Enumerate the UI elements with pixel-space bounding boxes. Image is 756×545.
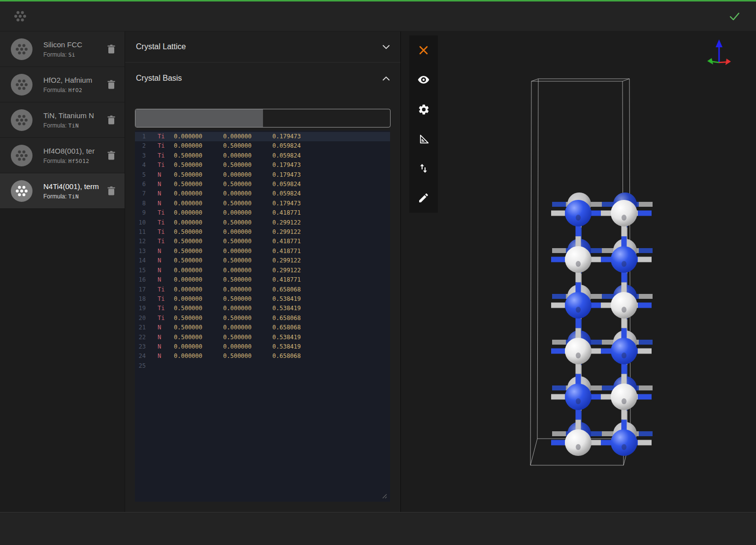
close-icon bbox=[418, 44, 429, 56]
coord-x: 0.000000 bbox=[174, 141, 223, 151]
line-number: 11 bbox=[135, 227, 146, 237]
element-symbol: Ti bbox=[158, 141, 174, 151]
editor-line[interactable]: 22 N 0.500000 0.500000 0.538419 bbox=[135, 333, 390, 342]
delete-material-button[interactable] bbox=[105, 42, 118, 56]
editor-line[interactable]: 24 N 0.000000 0.500000 0.658068 bbox=[135, 352, 390, 361]
basis-coordinates-editor[interactable]: 1 Ti 0.000000 0.000000 0.179473 2 Ti 0.0… bbox=[135, 130, 390, 502]
units-tab[interactable] bbox=[135, 109, 263, 127]
trash-icon bbox=[107, 44, 116, 54]
coord-z: 0.538419 bbox=[272, 342, 322, 352]
editor-line[interactable]: 25 bbox=[135, 361, 390, 371]
material-list-item[interactable]: TiN, Titanium N Formula: TiN bbox=[0, 102, 125, 138]
import-export-button[interactable] bbox=[414, 159, 433, 178]
editor-line[interactable]: 3 Ti 0.500000 0.000000 0.059824 bbox=[135, 151, 390, 160]
editor-line[interactable]: 2 Ti 0.000000 0.500000 0.059824 bbox=[135, 141, 390, 151]
material-list-item[interactable]: Silicon FCC Formula: Si bbox=[0, 32, 125, 67]
material-list-item[interactable]: N4Ti4(001), term Formula: TiN bbox=[0, 173, 125, 209]
coord-z bbox=[272, 361, 322, 371]
coord-y: 0.500000 bbox=[223, 180, 272, 189]
editor-line[interactable]: 14 N 0.500000 0.500000 0.299122 bbox=[135, 256, 390, 265]
settings-button[interactable] bbox=[414, 99, 433, 119]
close-viewer-button[interactable] bbox=[414, 40, 433, 60]
units-tab[interactable] bbox=[263, 109, 391, 127]
delete-material-button[interactable] bbox=[105, 184, 118, 198]
delete-material-button[interactable] bbox=[105, 149, 118, 162]
editor-line[interactable]: 13 N 0.500000 0.000000 0.418771 bbox=[135, 247, 390, 256]
coord-y: 0.000000 bbox=[223, 132, 272, 141]
menu-item[interactable] bbox=[43, 11, 57, 21]
coord-x: 0.500000 bbox=[174, 323, 223, 332]
materials-sidebar: Silicon FCC Formula: Si bbox=[0, 32, 125, 512]
editor-line[interactable]: 7 N 0.000000 0.000000 0.059824 bbox=[135, 189, 390, 198]
editor-line[interactable]: 9 Ti 0.000000 0.000000 0.418771 bbox=[135, 208, 390, 218]
editor-line[interactable]: 1 Ti 0.000000 0.000000 0.179473 bbox=[135, 132, 390, 141]
editor-resize-handle[interactable] bbox=[381, 493, 387, 499]
coord-x: 0.500000 bbox=[174, 237, 223, 246]
coord-z: 0.179473 bbox=[272, 199, 322, 208]
confirm-button[interactable] bbox=[725, 7, 743, 25]
formula-label: Formula: bbox=[43, 51, 66, 58]
editor-line[interactable]: 18 Ti 0.000000 0.500000 0.538419 bbox=[135, 294, 390, 304]
coord-y: 0.500000 bbox=[223, 314, 272, 323]
measure-button[interactable] bbox=[414, 129, 433, 149]
element-symbol: N bbox=[158, 247, 174, 256]
line-number: 17 bbox=[135, 285, 146, 294]
menu-item[interactable] bbox=[61, 11, 75, 21]
coord-y: 0.500000 bbox=[223, 294, 272, 304]
line-number: 13 bbox=[135, 247, 146, 256]
element-symbol: Ti bbox=[158, 151, 174, 160]
coord-y: 0.500000 bbox=[223, 275, 272, 285]
menu-item[interactable] bbox=[79, 11, 93, 21]
line-number: 12 bbox=[135, 237, 146, 246]
section-title: Crystal Basis bbox=[136, 74, 182, 83]
editor-line[interactable]: 23 N 0.000000 0.000000 0.538419 bbox=[135, 342, 390, 352]
line-number: 16 bbox=[135, 275, 146, 285]
crystal-basis-header[interactable]: Crystal Basis bbox=[125, 63, 400, 94]
delete-material-button[interactable] bbox=[105, 78, 118, 92]
editor-line[interactable]: 5 N 0.500000 0.000000 0.179473 bbox=[135, 170, 390, 180]
editor-line[interactable]: 6 N 0.500000 0.500000 0.059824 bbox=[135, 180, 390, 189]
editor-line[interactable]: 11 Ti 0.500000 0.000000 0.299122 bbox=[135, 227, 390, 237]
menu-item[interactable] bbox=[97, 11, 110, 21]
delete-material-button[interactable] bbox=[105, 113, 118, 127]
line-number: 7 bbox=[135, 189, 146, 198]
editor-line[interactable]: 17 Ti 0.000000 0.000000 0.658068 bbox=[135, 285, 390, 294]
import-export-icon bbox=[418, 162, 429, 174]
crystal-structure-canvas[interactable] bbox=[401, 32, 756, 512]
crystal-lattice-header[interactable]: Crystal Lattice bbox=[125, 32, 400, 62]
material-list-item[interactable]: Hf4O8(001), ter Formula: Hf5O12 bbox=[0, 138, 125, 173]
editor-line[interactable]: 19 Ti 0.500000 0.000000 0.538419 bbox=[135, 304, 390, 313]
editor-line[interactable]: 16 N 0.000000 0.500000 0.418771 bbox=[135, 275, 390, 285]
material-avatar-icon bbox=[11, 180, 33, 202]
visibility-button[interactable] bbox=[414, 70, 433, 90]
formula-label: Formula: bbox=[43, 158, 66, 164]
editor-line[interactable]: 4 Ti 0.500000 0.500000 0.179473 bbox=[135, 160, 390, 170]
editor-line[interactable]: 21 N 0.500000 0.000000 0.658068 bbox=[135, 323, 390, 332]
element-symbol: Ti bbox=[158, 237, 174, 246]
menu-item[interactable] bbox=[114, 11, 128, 21]
menu-bar bbox=[0, 1, 756, 32]
coord-y: 0.000000 bbox=[223, 227, 272, 237]
app-logo-icon bbox=[12, 8, 29, 25]
coord-z: 0.299122 bbox=[272, 227, 322, 237]
eye-icon bbox=[417, 73, 430, 86]
coord-x: 0.000000 bbox=[174, 342, 223, 352]
editor-line[interactable]: 15 N 0.000000 0.000000 0.299122 bbox=[135, 266, 390, 275]
coord-z: 0.658068 bbox=[272, 314, 322, 323]
coord-z: 0.658068 bbox=[272, 323, 322, 332]
section-title: Crystal Lattice bbox=[136, 42, 186, 51]
editor-line[interactable]: 12 Ti 0.500000 0.500000 0.418771 bbox=[135, 237, 390, 246]
editor-line[interactable]: 10 Ti 0.000000 0.500000 0.299122 bbox=[135, 218, 390, 227]
line-number: 10 bbox=[135, 218, 146, 227]
editor-line[interactable]: 8 N 0.000000 0.500000 0.179473 bbox=[135, 199, 390, 208]
element-symbol: Ti bbox=[158, 314, 174, 323]
editor-line[interactable]: 20 Ti 0.500000 0.500000 0.658068 bbox=[135, 314, 390, 323]
line-number: 23 bbox=[135, 342, 146, 352]
material-list-item[interactable]: HfO2, Hafnium Formula: HfO2 bbox=[0, 67, 125, 102]
trash-icon bbox=[107, 186, 116, 196]
coord-x: 0.500000 bbox=[174, 170, 223, 180]
edit-button[interactable] bbox=[414, 188, 433, 208]
coord-y: 0.500000 bbox=[223, 160, 272, 170]
coord-y: 0.500000 bbox=[223, 218, 272, 227]
coord-z: 0.059824 bbox=[272, 180, 322, 189]
